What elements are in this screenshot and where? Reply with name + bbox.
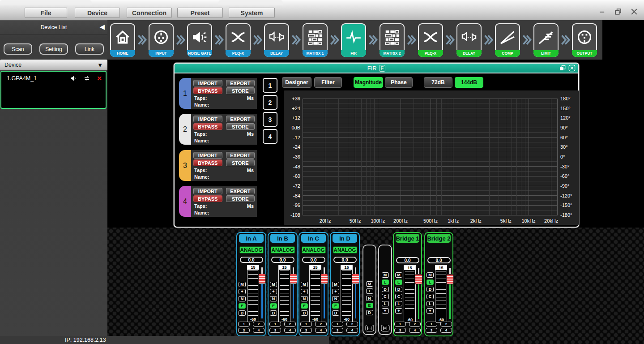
strip-button-m[interactable]: M — [270, 282, 277, 287]
chain-input[interactable]: INPUT — [149, 23, 174, 57]
analog-source-badge[interactable]: ANALOG — [333, 246, 357, 254]
routing-button-3[interactable]: 3 — [332, 328, 343, 333]
routing-button-3[interactable]: 3 — [426, 328, 437, 333]
strip-button-d[interactable]: D — [382, 287, 389, 292]
chain-limit-2[interactable]: LIMIT — [533, 23, 559, 57]
collapse-left-icon[interactable]: ◀ — [99, 23, 105, 30]
fir-ch4-export-button[interactable]: EXPORT — [226, 188, 255, 194]
routing-button-1[interactable]: 1 — [394, 322, 406, 327]
strip-button-plus[interactable]: + — [426, 308, 434, 314]
fader-link-button[interactable] — [381, 325, 389, 331]
fir-tab-144db[interactable]: 144dB — [455, 77, 483, 88]
routing-button-2[interactable]: 2 — [346, 322, 358, 327]
fir-ch1-import-button[interactable]: IMPORT — [193, 80, 222, 86]
sidebar-button-link[interactable]: Link — [75, 43, 104, 55]
routing-button-4[interactable]: 4 — [409, 328, 421, 333]
routing-button-1[interactable]: 1 — [269, 322, 281, 327]
gain-display[interactable]: 0.0 — [302, 257, 325, 263]
strip-button-e[interactable]: E — [426, 280, 434, 285]
chain-peq-x[interactable]: PEQ-X — [226, 23, 251, 57]
menu-system[interactable]: System — [229, 8, 275, 18]
strip-button-plus[interactable]: + — [366, 288, 373, 294]
routing-button-1[interactable]: 1 — [300, 322, 312, 327]
routing-button-4[interactable]: 4 — [253, 328, 264, 333]
routing-button-4[interactable]: 4 — [284, 328, 296, 333]
minimize-button[interactable] — [597, 6, 608, 17]
fir-window-titlebar[interactable]: FIR F — [175, 64, 578, 73]
chain-output-2[interactable]: OUTPUT — [572, 23, 597, 57]
fader-link-button[interactable] — [365, 325, 374, 331]
strip-button-d[interactable]: D — [426, 287, 434, 292]
strip-button-d[interactable]: D — [270, 310, 277, 316]
strip-button-plus[interactable]: + — [332, 289, 339, 294]
close-window-button[interactable] — [568, 64, 576, 72]
fir-tab-magnitude[interactable]: Magnitude — [354, 77, 383, 88]
chain-delay-2[interactable]: DELAY — [456, 23, 482, 57]
gain-display[interactable]: 0.0 — [427, 257, 451, 263]
strip-button-d[interactable]: D — [395, 287, 402, 292]
fir-ch3-export-button[interactable]: EXPORT — [226, 152, 255, 159]
fir-ch2-import-button[interactable]: IMPORT — [193, 116, 222, 122]
gain-display[interactable]: 0.0 — [240, 257, 263, 263]
strip-button-d[interactable]: D — [366, 310, 373, 315]
strip-button-m[interactable]: M — [395, 272, 402, 278]
remove-icon[interactable]: ✕ — [97, 75, 102, 82]
fir-channel-select-1[interactable]: 1 — [263, 78, 277, 93]
fir-ch4-store-button[interactable]: STORE — [226, 195, 255, 202]
speaker-icon[interactable] — [70, 75, 77, 82]
strip-button-m[interactable]: M — [239, 282, 246, 287]
restore-button[interactable] — [613, 6, 624, 17]
gain-display[interactable]: 0.0 — [271, 257, 294, 263]
close-button[interactable] — [628, 6, 640, 17]
sidebar-button-setting[interactable]: Setting — [39, 43, 68, 55]
routing-button-4[interactable]: 4 — [315, 328, 327, 333]
fir-tab-phase[interactable]: Phase — [385, 77, 413, 88]
strip-button-d[interactable]: D — [332, 310, 339, 316]
fader-handle[interactable] — [415, 274, 422, 284]
chain-delay[interactable]: DELAY — [264, 23, 289, 57]
menu-device[interactable]: Device — [75, 8, 120, 18]
strip-button-plus[interactable]: + — [239, 289, 246, 294]
routing-button-3[interactable]: 3 — [394, 328, 406, 333]
menu-file[interactable]: File — [25, 8, 67, 18]
fir-channel-tab-4[interactable]: 4 — [179, 186, 191, 217]
strip-button-plus[interactable]: + — [382, 308, 389, 314]
strip-button-m[interactable]: M — [332, 282, 339, 287]
routing-button-2[interactable]: 2 — [440, 322, 452, 327]
fir-ch3-store-button[interactable]: STORE — [226, 159, 255, 166]
fader-handle[interactable] — [446, 274, 454, 284]
menu-connection[interactable]: Connection — [127, 8, 172, 18]
analog-source-badge[interactable]: ANALOG — [271, 246, 295, 254]
strip-button-m[interactable]: M — [301, 282, 308, 287]
routing-button-3[interactable]: 3 — [269, 328, 281, 333]
strip-button-n[interactable]: N — [270, 296, 277, 301]
gain-display[interactable]: 0.0 — [396, 257, 419, 263]
strip-button-e[interactable]: E — [270, 303, 277, 309]
fir-ch3-import-button[interactable]: IMPORT — [193, 152, 222, 159]
chain-fir[interactable]: FIR — [341, 23, 366, 57]
strip-button-m[interactable]: M — [426, 272, 434, 278]
fir-ch2-bypass-button[interactable]: BYPASS — [193, 123, 222, 130]
chain-peq-x-2[interactable]: PEQ-X — [418, 23, 443, 57]
strip-button-plus[interactable]: + — [301, 289, 308, 294]
strip-button-plus[interactable]: + — [270, 289, 277, 294]
routing-button-2[interactable]: 2 — [315, 322, 327, 327]
device-row[interactable]: 1.GPA4M_1✕ — [1, 72, 106, 82]
fir-channel-select-3[interactable]: 3 — [263, 112, 277, 127]
strip-button-c[interactable]: C — [395, 294, 402, 299]
analog-source-badge[interactable]: ANALOG — [302, 246, 326, 254]
fir-tab-filter[interactable]: Filter — [314, 77, 342, 88]
routing-button-1[interactable]: 1 — [426, 322, 437, 327]
chain-home[interactable]: HOME — [110, 23, 135, 57]
strip-button-d[interactable]: D — [239, 310, 246, 316]
repeat-icon[interactable] — [83, 75, 90, 82]
fir-channel-tab-3[interactable]: 3 — [179, 150, 191, 181]
routing-button-3[interactable]: 3 — [300, 328, 312, 333]
routing-button-2[interactable]: 2 — [253, 322, 264, 327]
strip-button-d[interactable]: D — [301, 310, 308, 316]
strip-button-m[interactable]: M — [366, 281, 373, 287]
strip-button-n[interactable]: N — [301, 296, 308, 301]
fir-ch3-bypass-button[interactable]: BYPASS — [193, 159, 222, 166]
fader-handle[interactable] — [290, 274, 297, 284]
strip-button-m[interactable]: M — [382, 272, 389, 278]
